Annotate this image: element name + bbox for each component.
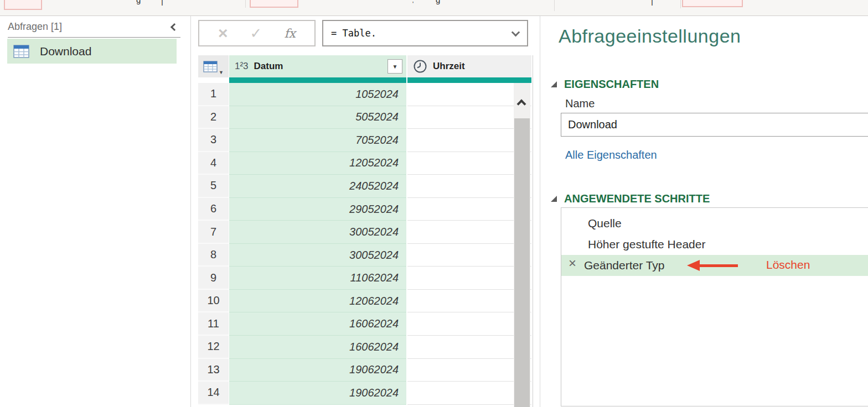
row-number[interactable]: 12	[198, 336, 229, 359]
cell-uhrzeit[interactable]	[407, 152, 531, 175]
query-list-item[interactable]: Download	[7, 39, 177, 64]
column-quality-bar	[229, 77, 406, 83]
row-number[interactable]: 4	[198, 152, 229, 175]
cell-uhrzeit[interactable]	[407, 198, 531, 221]
cell-datum[interactable]: 11062024	[229, 267, 406, 290]
ribbon-text-remnant: '	[412, 1, 414, 7]
column-name[interactable]: Uhrzeit	[433, 61, 465, 72]
cell-uhrzeit[interactable]	[407, 221, 531, 244]
row-number[interactable]: 1	[198, 83, 229, 106]
editor-panel: × ✓ fx = Table. ▼ 1²3 Datum ▼ Uhrzeit	[192, 16, 540, 407]
query-name-input[interactable]	[561, 113, 868, 137]
fx-icon[interactable]: fx	[284, 27, 296, 40]
whole-number-type-icon[interactable]: 1²3	[235, 61, 249, 72]
section-header-properties[interactable]: EIGENSCHAFTEN	[551, 78, 659, 91]
row-number[interactable]: 6	[198, 198, 229, 221]
ribbon-highlight-box	[4, 0, 42, 10]
annotation-arrow-line	[699, 264, 738, 267]
row-number[interactable]: 7	[198, 221, 229, 244]
table-row: 629052024	[198, 198, 531, 221]
step-item-geaenderter-typ[interactable]: × Geänderter Typ Löschen	[561, 255, 868, 276]
cell-datum[interactable]: 16062024	[229, 312, 406, 336]
table-row: 412052024	[198, 152, 531, 175]
query-settings-pane: Abfrageeinstellungen EIGENSCHAFTEN Name …	[540, 16, 868, 407]
table-row: 524052024	[198, 175, 531, 198]
table-row: 25052024	[198, 106, 531, 129]
cell-datum[interactable]: 24052024	[229, 175, 406, 198]
scrollbar-thumb[interactable]	[514, 118, 530, 407]
cell-datum[interactable]: 19062024	[229, 382, 406, 405]
cell-datum[interactable]: 12052024	[229, 152, 406, 175]
cell-datum[interactable]: 16062024	[229, 336, 406, 359]
annotation-arrow-icon	[687, 260, 700, 271]
confirm-formula-button[interactable]: ✓	[250, 26, 262, 40]
row-number[interactable]: 8	[198, 244, 229, 267]
table-row: 1012062024	[198, 290, 531, 313]
cell-datum[interactable]: 1052024	[229, 83, 406, 106]
cell-uhrzeit[interactable]	[407, 267, 531, 290]
cell-uhrzeit[interactable]	[407, 175, 531, 198]
cell-uhrzeit[interactable]	[407, 244, 531, 267]
table-icon	[13, 45, 29, 58]
row-number[interactable]: 3	[198, 129, 229, 152]
time-type-icon	[413, 59, 427, 74]
ribbon-text-remnant: |	[651, 0, 653, 6]
pane-title: Abfrageeinstellungen	[559, 25, 741, 47]
cell-uhrzeit[interactable]	[407, 382, 531, 405]
cell-uhrzeit[interactable]	[407, 312, 531, 336]
table-row: 1319062024	[198, 359, 531, 382]
row-number[interactable]: 11	[198, 312, 229, 336]
section-label: ANGEWENDETE SCHRITTE	[564, 192, 710, 205]
cell-uhrzeit[interactable]	[407, 129, 531, 152]
cell-datum[interactable]: 12062024	[229, 290, 406, 313]
step-item-hoeher-gestufte-header[interactable]: Höher gestufte Header	[561, 234, 868, 255]
ribbon-text-remnant: g	[136, 0, 141, 4]
row-number[interactable]: 13	[198, 359, 229, 382]
column-header-uhrzeit[interactable]: Uhrzeit	[407, 55, 531, 77]
ribbon-highlight-box	[682, 0, 743, 7]
cell-uhrzeit[interactable]	[407, 83, 531, 106]
column-name[interactable]: Datum	[254, 61, 283, 72]
cell-datum[interactable]: 7052024	[229, 129, 406, 152]
row-number[interactable]: 10	[198, 290, 229, 313]
cell-uhrzeit[interactable]	[407, 290, 531, 313]
cell-datum[interactable]: 29052024	[229, 198, 406, 221]
table-row: 1116062024	[198, 312, 531, 336]
filter-dropdown-button[interactable]: ▼	[388, 59, 402, 74]
ribbon-text-remnant: g	[436, 0, 440, 4]
expand-formula-icon[interactable]	[512, 28, 520, 37]
delete-step-icon[interactable]: ×	[569, 257, 576, 270]
cell-uhrzeit[interactable]	[407, 359, 531, 382]
step-label: Quelle	[588, 217, 622, 230]
row-number[interactable]: 5	[198, 175, 229, 198]
cell-datum[interactable]: 30052024	[229, 244, 406, 267]
cell-datum[interactable]: 30052024	[229, 221, 406, 244]
collapse-triangle-icon[interactable]	[551, 196, 557, 202]
cell-uhrzeit[interactable]	[407, 106, 531, 129]
table-row: 1216062024	[198, 336, 531, 359]
section-header-applied-steps[interactable]: ANGEWENDETE SCHRITTE	[551, 192, 710, 205]
ribbon-separator	[554, 0, 555, 11]
queries-count-label: Abfragen [1]	[8, 21, 62, 33]
cell-datum[interactable]: 19062024	[229, 359, 406, 382]
select-all-corner[interactable]: ▼	[198, 55, 229, 77]
collapse-pane-icon[interactable]	[170, 23, 178, 30]
formula-text[interactable]: = Table.	[331, 28, 376, 39]
row-number[interactable]: 2	[198, 106, 229, 129]
formula-bar[interactable]: = Table.	[322, 20, 528, 46]
scroll-up-icon[interactable]	[517, 100, 526, 109]
cell-uhrzeit[interactable]	[407, 336, 531, 359]
table-row: 830052024	[198, 244, 531, 267]
row-number[interactable]: 14	[198, 382, 229, 405]
vertical-scrollbar[interactable]	[514, 83, 530, 407]
queries-pane-header: Abfragen [1]	[8, 21, 180, 38]
cell-datum[interactable]: 5052024	[229, 106, 406, 129]
row-number[interactable]: 9	[198, 267, 229, 290]
collapse-triangle-icon[interactable]	[551, 81, 557, 87]
step-item-quelle[interactable]: Quelle	[561, 213, 868, 234]
table-row: 37052024	[198, 129, 531, 152]
column-header-datum[interactable]: 1²3 Datum ▼	[229, 55, 406, 77]
table-menu-icon[interactable]: ▼	[219, 70, 224, 75]
all-properties-link[interactable]: Alle Eigenschaften	[565, 149, 657, 161]
cancel-formula-button[interactable]: ×	[218, 25, 228, 41]
